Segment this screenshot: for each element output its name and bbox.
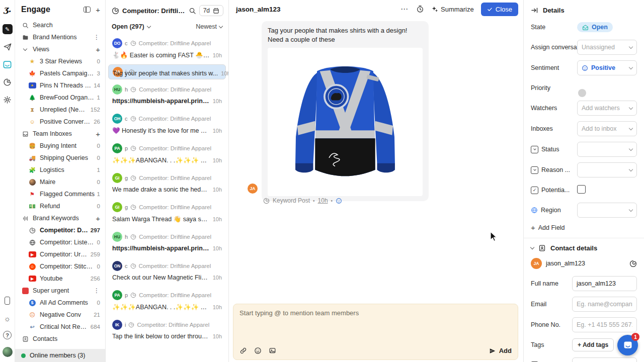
date-range-picker[interactable]: 7d xyxy=(199,5,223,16)
list-item[interactable]: DOcCompetitor: Driftline Apparel 🐇🔥 East… xyxy=(108,34,226,63)
more-actions-icon[interactable]: ⋯ xyxy=(400,5,409,14)
collapse-panel-icon[interactable] xyxy=(531,7,538,14)
more-menu-icon[interactable]: ⋮ xyxy=(94,287,100,294)
search-icon[interactable] xyxy=(189,7,196,15)
emoji-icon[interactable] xyxy=(254,347,262,354)
reply-composer[interactable]: Add xyxy=(233,304,518,360)
list-item[interactable]: PApCompetitor: Driftline Apparel ✨✨✨ABAN… xyxy=(108,286,226,315)
list-item[interactable]: HUhCompetitor: Driftline Apparel https:/… xyxy=(108,228,226,256)
sidebar-item-pins-n-threads-eu[interactable]: ★ Pins N Threads EU 14 xyxy=(15,79,105,92)
attach-link-icon[interactable] xyxy=(239,347,247,354)
sidebar-item-brand-mentions[interactable]: Brand Mentions ⋮ xyxy=(15,31,105,43)
sidebar-item-positive-conversations[interactable]: ☺ Positive Conversations 26 xyxy=(15,116,105,128)
add-reply-button[interactable]: Add xyxy=(489,347,512,354)
thread-title: jason_alm123 xyxy=(236,6,393,13)
sidebar-item-competitor-urban[interactable]: ▶ Competitor: Urban Ou... 259 xyxy=(15,248,105,260)
sidebar-item-flagged-comments[interactable]: ⚑ Flagged Comments 1 xyxy=(15,188,105,200)
watchers-dropdown[interactable]: Add watchers xyxy=(577,101,637,116)
sidebar-item-buying-intent[interactable]: 🍔 Buying Intent 0 xyxy=(15,140,105,152)
engage-icon[interactable] xyxy=(3,59,13,69)
contacts-icon xyxy=(21,336,29,342)
sidebar-item-unreplied[interactable]: ⧗ Unreplied (New This ... 152 xyxy=(15,104,105,116)
add-icon[interactable]: + xyxy=(96,6,100,14)
sidebar-section-super-urgent[interactable]: Super urgent ⋮ xyxy=(15,285,105,297)
region-dropdown[interactable] xyxy=(577,203,637,218)
reply-input[interactable] xyxy=(239,309,512,347)
add-view-button[interactable]: + xyxy=(96,45,100,54)
sidebar-item-logistics[interactable]: 🧩 Logistics 1 xyxy=(15,164,105,176)
post-time-link[interactable]: 10h xyxy=(318,197,328,204)
add-keyword-button[interactable]: + xyxy=(96,214,100,223)
calendar-icon xyxy=(213,8,219,14)
sidebar-item-3-star-reviews[interactable]: ★ 3 Star Reviews 0 xyxy=(15,55,105,67)
online-members-bar[interactable]: Online members (3) xyxy=(15,349,105,362)
potential-checkbox[interactable] xyxy=(577,185,586,194)
chevron-down-icon[interactable] xyxy=(530,245,534,249)
list-item[interactable]: IKiCompetitor: Driftline Apparel Tap the… xyxy=(108,316,226,344)
state-pill[interactable]: Open xyxy=(577,22,613,32)
sidebar-item-all-ad-comments[interactable]: $ All Ad Comments 0 xyxy=(15,297,105,309)
list-item[interactable]: PApCompetitor: Driftline Apparel ✨✨✨ABAN… xyxy=(108,139,226,168)
add-inbox-button[interactable]: + xyxy=(96,130,100,138)
sidebar-item-maire[interactable]: Maire 0 xyxy=(15,176,105,188)
summarize-button[interactable]: Summarize xyxy=(431,6,474,13)
phone-input[interactable] xyxy=(572,317,637,332)
threads-icon[interactable] xyxy=(629,260,637,267)
state-filter-dropdown[interactable]: Open (297) xyxy=(112,23,196,30)
more-menu-icon[interactable]: ⋮ xyxy=(94,34,100,41)
eu-flag-icon: ★ xyxy=(28,82,36,88)
list-item[interactable]: HUhCompetitor: Driftline Apparel https:/… xyxy=(108,80,226,109)
post-image[interactable] xyxy=(268,48,423,196)
status-dropdown[interactable] xyxy=(577,142,637,157)
sidebar-section-team-inboxes[interactable]: Team Inboxes + xyxy=(15,128,105,140)
list-item[interactable]: OHcCompetitor: Driftline Apparel 💜 Hones… xyxy=(108,110,226,138)
email-input[interactable] xyxy=(572,297,637,312)
burger-icon: 🍔 xyxy=(28,143,36,149)
threads-icon xyxy=(128,322,134,328)
sidebar-item-competitor-stitchstyleco[interactable]: ☺ Competitor: StitchStyleCo 0 xyxy=(15,260,105,273)
sidebar-item-critical-not-replied[interactable]: ↩ Critical Not Replied (... 684 xyxy=(15,321,105,333)
sidebar-item-negative-conv[interactable]: ☹ Negative Conv 21 xyxy=(15,309,105,321)
sidebar-item-refund[interactable]: 💵 Refund 0 xyxy=(15,200,105,212)
sidebar-section-brand-keywords[interactable]: Brand Keywords + xyxy=(15,212,105,224)
mobile-icon[interactable] xyxy=(3,296,13,306)
list-item[interactable]: ONcCompetitor: Driftline Apparel Check o… xyxy=(108,257,226,285)
avatar: ON xyxy=(112,261,122,271)
user-avatar[interactable] xyxy=(3,347,13,357)
add-tags-button[interactable]: + Add tags xyxy=(572,338,614,351)
insert-image-icon[interactable] xyxy=(269,347,276,354)
list-item[interactable]: GIgCompetitor: Driftline Apparel We made… xyxy=(108,169,226,197)
help-icon[interactable]: ? xyxy=(3,331,12,339)
banknote-icon: 💵 xyxy=(28,203,36,210)
reason-dropdown[interactable] xyxy=(577,162,637,177)
inboxes-dropdown[interactable]: Add to inbox xyxy=(577,121,637,136)
sentiment-dropdown[interactable]: Positive xyxy=(577,60,637,75)
sidebar-item-search[interactable]: Search xyxy=(15,19,105,31)
list-item-selected[interactable]: JAjCompetitor: Driftline Apparel Tag you… xyxy=(108,64,226,79)
compose-icon[interactable]: ✎ xyxy=(3,24,13,34)
theme-icon[interactable]: ☼ xyxy=(3,313,13,323)
sidebar-item-pastels-campaign[interactable]: 🍁 Pastels Campaign (UTM) 3 xyxy=(15,67,105,79)
collapse-panel-icon[interactable] xyxy=(84,7,91,13)
snooze-clock-icon[interactable] xyxy=(416,5,424,13)
assign-dropdown[interactable]: Unassigned xyxy=(577,40,637,55)
sidebar-item-brewfood-organics[interactable]: 🌲 BrewFood Organics 1 xyxy=(15,92,105,104)
full-name-input[interactable] xyxy=(572,276,637,291)
close-button[interactable]: Close xyxy=(481,3,518,16)
analytics-pie-icon[interactable] xyxy=(3,77,13,87)
chat-widget-button[interactable]: 1 xyxy=(617,335,638,355)
sidebar-section-views[interactable]: Views + xyxy=(15,43,105,55)
flag-icon: ⚑ xyxy=(28,191,36,198)
publish-icon[interactable] xyxy=(3,42,13,52)
settings-gear-icon[interactable] xyxy=(3,95,13,105)
currency-dropdown[interactable] xyxy=(572,357,637,362)
sidebar-item-shipping-queries[interactable]: 🚚 Shipping Queries 0 xyxy=(15,152,105,164)
add-field-button[interactable]: +Add Field xyxy=(531,223,637,232)
brand-logo[interactable]: ʒ. xyxy=(4,4,12,14)
list-item[interactable]: GIgCompetitor: Driftline Apparel Salam W… xyxy=(108,198,226,227)
sidebar-item-competitor-listening[interactable]: Competitor: Listening 0 xyxy=(15,236,105,248)
sort-dropdown[interactable]: Newest xyxy=(196,23,222,30)
sidebar-item-competitor-driftline[interactable]: Competitor: Driftlin... 297 xyxy=(15,224,105,236)
sidebar-item-contacts[interactable]: Contacts xyxy=(15,333,105,345)
sidebar-item-youtube[interactable]: ▶ Youtube 256 xyxy=(15,273,105,285)
